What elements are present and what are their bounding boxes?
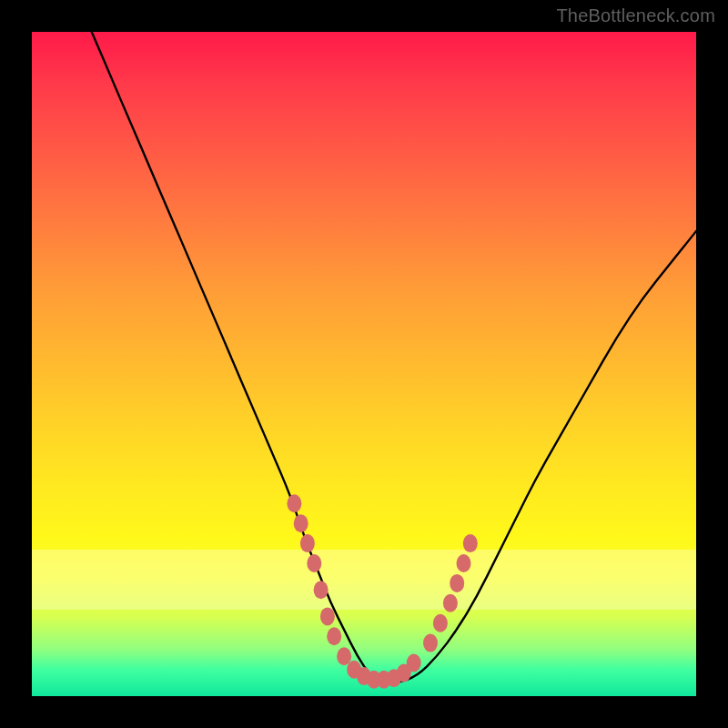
data-dot — [423, 634, 438, 652]
data-dot — [433, 614, 448, 632]
data-dot — [314, 581, 329, 599]
data-dot — [450, 574, 464, 592]
plot-area — [32, 32, 696, 696]
data-dot — [463, 534, 478, 552]
data-dot — [287, 494, 301, 512]
data-dot — [320, 607, 335, 625]
data-dot — [457, 554, 471, 572]
data-dot — [407, 654, 421, 672]
data-dot — [307, 554, 321, 572]
watermark-text: TheBottleneck.com — [556, 5, 715, 26]
data-dot — [327, 627, 341, 645]
data-dot — [337, 647, 351, 665]
data-dot — [443, 594, 458, 612]
data-dot — [300, 534, 315, 552]
data-dots — [32, 32, 696, 696]
chart-frame: TheBottleneck.com — [0, 0, 728, 728]
data-dot — [294, 514, 308, 532]
